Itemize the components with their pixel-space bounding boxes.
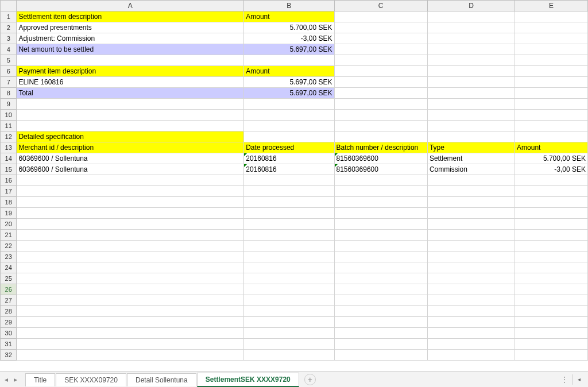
cell-d16[interactable] — [427, 175, 514, 186]
cell-e32[interactable] — [515, 350, 588, 361]
cell-e3[interactable] — [515, 33, 588, 44]
hscroll-left-icon[interactable]: ◂ — [578, 376, 586, 382]
cell-a23[interactable] — [17, 251, 244, 262]
cell-d25[interactable] — [427, 273, 514, 284]
cell-d1[interactable] — [427, 11, 514, 22]
cell-d15[interactable]: Commission — [427, 164, 514, 175]
cell-b29[interactable] — [244, 317, 334, 328]
row-header-5[interactable]: 5 — [1, 55, 17, 66]
cell-c31[interactable] — [334, 339, 427, 350]
cell-a31[interactable] — [17, 339, 244, 350]
cell-d19[interactable] — [427, 208, 514, 219]
cell-a13[interactable]: Merchant id / description — [17, 142, 244, 153]
cell-c24[interactable] — [334, 262, 427, 273]
cell-c11[interactable] — [334, 121, 427, 131]
cell-c13[interactable]: Batch number / description — [334, 142, 427, 153]
cell-c3[interactable] — [334, 33, 427, 44]
cell-a18[interactable] — [17, 197, 244, 208]
cell-d32[interactable] — [427, 350, 514, 361]
row-header-27[interactable]: 27 — [1, 295, 17, 306]
cell-b4[interactable]: 5.697,00 SEK — [244, 44, 334, 55]
cell-d23[interactable] — [427, 251, 514, 262]
cell-e20[interactable] — [515, 219, 588, 230]
row-header-7[interactable]: 7 — [1, 77, 17, 88]
cell-a24[interactable] — [17, 262, 244, 273]
cell-e7[interactable] — [515, 77, 588, 88]
cell-c1[interactable] — [334, 11, 427, 22]
row-header-32[interactable]: 32 — [1, 350, 17, 361]
cell-d22[interactable] — [427, 241, 514, 251]
cell-c10[interactable] — [334, 110, 427, 121]
tab-menu-icon[interactable]: ⋮ — [561, 376, 568, 384]
cell-c12[interactable] — [334, 131, 427, 142]
cell-d31[interactable] — [427, 339, 514, 350]
row-header-23[interactable]: 23 — [1, 251, 17, 262]
cell-e5[interactable] — [515, 55, 588, 66]
cell-a30[interactable] — [17, 328, 244, 339]
cell-c2[interactable] — [334, 22, 427, 33]
cell-c27[interactable] — [334, 295, 427, 306]
cell-c21[interactable] — [334, 230, 427, 241]
cell-e24[interactable] — [515, 262, 588, 273]
tab-settlementsek-xxxx9720[interactable]: SettlementSEK XXXX9720 — [197, 373, 299, 387]
cell-a3[interactable]: Adjustment: Commission — [17, 33, 244, 44]
cell-e8[interactable] — [515, 88, 588, 99]
cell-d4[interactable] — [427, 44, 514, 55]
col-header-e[interactable]: E — [515, 1, 588, 11]
cell-d8[interactable] — [427, 88, 514, 99]
cell-d28[interactable] — [427, 306, 514, 317]
cell-d12[interactable] — [427, 131, 514, 142]
cell-a10[interactable] — [17, 110, 244, 121]
cell-c19[interactable] — [334, 208, 427, 219]
row-header-15[interactable]: 15 — [1, 164, 17, 175]
cell-e14[interactable]: 5.700,00 SEK — [515, 153, 588, 164]
cell-b23[interactable] — [244, 251, 334, 262]
cell-d5[interactable] — [427, 55, 514, 66]
cell-b26[interactable] — [244, 284, 334, 295]
cell-b14[interactable]: 20160816 — [244, 153, 334, 164]
cell-a32[interactable] — [17, 350, 244, 361]
cell-b28[interactable] — [244, 306, 334, 317]
cell-d14[interactable]: Settlement — [427, 153, 514, 164]
cell-b5[interactable] — [244, 55, 334, 66]
row-header-3[interactable]: 3 — [1, 33, 17, 44]
grid-area[interactable]: A B C D E 1 Settlement item description … — [0, 0, 588, 371]
cell-a27[interactable] — [17, 295, 244, 306]
cell-c18[interactable] — [334, 197, 427, 208]
cell-a1[interactable]: Settlement item description — [17, 11, 244, 22]
cell-c16[interactable] — [334, 175, 427, 186]
cell-e9[interactable] — [515, 99, 588, 110]
cell-b21[interactable] — [244, 230, 334, 241]
cell-d26[interactable] — [427, 284, 514, 295]
cell-e19[interactable] — [515, 208, 588, 219]
cell-a26[interactable] — [17, 284, 244, 295]
cell-c28[interactable] — [334, 306, 427, 317]
cell-b1[interactable]: Amount — [244, 11, 334, 22]
cell-b32[interactable] — [244, 350, 334, 361]
row-header-11[interactable]: 11 — [1, 121, 17, 131]
cell-a12[interactable]: Detailed specification — [17, 131, 244, 142]
cell-b11[interactable] — [244, 121, 334, 131]
cell-b19[interactable] — [244, 208, 334, 219]
row-header-17[interactable]: 17 — [1, 186, 17, 197]
row-header-1[interactable]: 1 — [1, 11, 17, 22]
cell-a4[interactable]: Net amount to be settled — [17, 44, 244, 55]
cell-c15[interactable]: 81560369600 — [334, 164, 427, 175]
cell-c20[interactable] — [334, 219, 427, 230]
cell-b20[interactable] — [244, 219, 334, 230]
cell-a6[interactable]: Payment item description — [17, 66, 244, 77]
cell-b24[interactable] — [244, 262, 334, 273]
cell-e12[interactable] — [515, 131, 588, 142]
cell-d18[interactable] — [427, 197, 514, 208]
cell-d3[interactable] — [427, 33, 514, 44]
cell-b9[interactable] — [244, 99, 334, 110]
col-header-d[interactable]: D — [427, 1, 514, 11]
cell-a28[interactable] — [17, 306, 244, 317]
cell-d11[interactable] — [427, 121, 514, 131]
cell-b8[interactable]: 5.697,00 SEK — [244, 88, 334, 99]
cell-b18[interactable] — [244, 197, 334, 208]
row-header-13[interactable]: 13 — [1, 142, 17, 153]
tab-detail-sollentuna[interactable]: Detail Sollentuna — [127, 373, 196, 386]
row-header-29[interactable]: 29 — [1, 317, 17, 328]
cell-e10[interactable] — [515, 110, 588, 121]
